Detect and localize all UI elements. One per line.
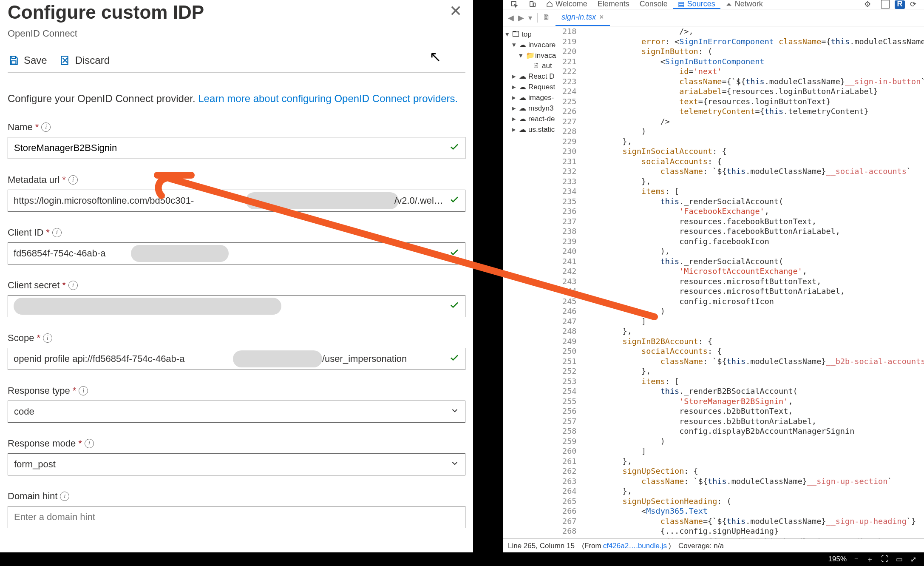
redacted-region: [246, 192, 399, 209]
idp-config-panel: Configure custom IDP ✕ OpenID Connect Sa…: [0, 0, 473, 566]
tab-sources[interactable]: Sources: [673, 0, 720, 9]
nav-down-icon[interactable]: ▾: [528, 13, 532, 23]
tab-elements[interactable]: Elements: [592, 0, 635, 9]
clientid-label: Client ID * i: [8, 227, 465, 238]
info-icon[interactable]: i: [41, 122, 51, 132]
domainhint-label: Domain hint i: [8, 491, 465, 502]
tree-item[interactable]: ▸☁Request: [503, 82, 562, 92]
tree-item[interactable]: ▾☁invacare: [503, 40, 562, 50]
fit-icon[interactable]: ⛶: [881, 555, 888, 563]
file-icon[interactable]: 🗎: [538, 9, 556, 26]
metadata-label: Metadata url * i: [8, 174, 465, 185]
info-icon[interactable]: i: [68, 281, 78, 290]
save-button[interactable]: Save: [8, 54, 47, 66]
devtools-panel: Welcome Elements Console Sources Network…: [503, 0, 924, 566]
device-icon[interactable]: [523, 0, 541, 9]
info-icon[interactable]: i: [52, 228, 62, 237]
info-icon[interactable]: i: [60, 492, 69, 501]
valid-icon: [449, 142, 459, 154]
valid-icon: [449, 194, 459, 207]
valid-icon: [449, 300, 459, 312]
refresh-icon[interactable]: ⟳: [905, 0, 921, 9]
responsetype-label: Response type * i: [8, 385, 465, 396]
svg-rect-0: [12, 56, 16, 58]
discard-button[interactable]: Discard: [59, 54, 110, 66]
redacted-region: [131, 245, 229, 262]
info-icon[interactable]: i: [43, 333, 52, 343]
info-icon[interactable]: i: [79, 386, 88, 395]
info-icon[interactable]: i: [85, 439, 94, 448]
svg-rect-7: [679, 4, 684, 5]
name-label: Name * i: [8, 122, 465, 133]
extension-icon[interactable]: R: [895, 0, 905, 9]
domainhint-input[interactable]: [8, 506, 465, 528]
devtools-statusbar: Line 265, Column 15 (From cf426a2….bundl…: [503, 539, 924, 552]
svg-rect-6: [679, 2, 684, 3]
tree-item[interactable]: ▸☁react-de: [503, 114, 562, 124]
scope-value-right: /user_impersonation: [322, 353, 407, 364]
responsemode-select[interactable]: form_post: [8, 453, 465, 475]
close-button[interactable]: ✕: [446, 2, 465, 20]
read-icon[interactable]: ▭: [896, 555, 903, 564]
learn-more-link[interactable]: Learn more about configuring OpenID Conn…: [198, 93, 458, 104]
discard-icon: [59, 54, 71, 66]
tree-item[interactable]: 🗎aut: [503, 61, 562, 71]
svg-rect-4: [530, 1, 533, 6]
divider: [473, 0, 503, 566]
nav-back-icon[interactable]: ◀: [508, 13, 514, 23]
zoom-out-icon[interactable]: −: [854, 555, 859, 563]
svg-rect-5: [533, 3, 536, 6]
tree-item[interactable]: ▸☁images-: [503, 92, 562, 103]
responsetype-select[interactable]: code: [8, 401, 465, 423]
discard-label: Discard: [75, 54, 110, 66]
clientid-value-left: fd56854f-754c-46ab-a: [14, 248, 106, 259]
tree-item[interactable]: ▸☁msdyn3: [503, 103, 562, 114]
valid-icon: [449, 247, 459, 259]
devtools-file-tabstrip: ◀ ▶ ▾ 🗎 sign-in.tsx ×: [503, 9, 924, 26]
page-title: Configure custom IDP: [8, 2, 204, 23]
info-icon[interactable]: i: [68, 175, 78, 185]
file-tree[interactable]: ▾🗔top▾☁invacare▾📁invaca🗎aut▸☁React D▸☁Re…: [503, 26, 562, 538]
tab-welcome[interactable]: Welcome: [541, 0, 592, 9]
clientsecret-label: Client secret * i: [8, 280, 465, 291]
tree-item[interactable]: ▾🗔top: [503, 29, 562, 40]
scope-value-left: openid profile api://fd56854f-754c-46ab-…: [14, 353, 184, 364]
scope-label: Scope * i: [8, 333, 465, 344]
metadata-value-left: https://login.microsoftonline.com/bd50c3…: [14, 195, 194, 206]
metadata-value-right: /v2.0/.wel…: [394, 195, 443, 206]
save-label: Save: [24, 54, 47, 66]
settings-icon[interactable]: ⚙: [859, 0, 876, 9]
tab-network[interactable]: Network: [720, 0, 768, 9]
inspect-icon[interactable]: [505, 0, 523, 9]
intro-text: Configure your OpenID Connect provider. …: [8, 91, 465, 106]
redacted-region: [14, 298, 281, 315]
dock-icon[interactable]: [876, 0, 895, 9]
name-input[interactable]: [8, 137, 465, 159]
redacted-region: [233, 350, 322, 367]
os-statusbar: 195% − ＋ ⛶ ▭ ⤢: [0, 552, 924, 566]
page-subtitle: OpenID Connect: [8, 28, 465, 39]
nav-fwd-icon[interactable]: ▶: [518, 13, 524, 23]
toolbar: Save Discard: [8, 54, 465, 73]
valid-icon: [449, 353, 459, 365]
source-link[interactable]: cf426a2….bundle.js: [603, 542, 667, 550]
close-tab-icon[interactable]: ×: [599, 13, 604, 22]
tree-item[interactable]: ▸☁us.static: [503, 124, 562, 135]
code-editor[interactable]: 218 219 220 221 222 223 224 225 226 227 …: [562, 26, 924, 538]
svg-rect-8: [679, 6, 684, 7]
responsemode-label: Response mode * i: [8, 438, 465, 449]
tab-console[interactable]: Console: [635, 0, 673, 9]
tree-item[interactable]: ▸☁React D: [503, 71, 562, 82]
save-icon: [8, 54, 20, 66]
file-tab-signin[interactable]: sign-in.tsx ×: [556, 9, 610, 26]
zoom-level: 195%: [828, 555, 847, 563]
zoom-in-icon[interactable]: ＋: [866, 555, 873, 564]
svg-rect-1: [11, 61, 16, 64]
expand-icon[interactable]: ⤢: [910, 555, 916, 564]
tree-item[interactable]: ▾📁invaca: [503, 50, 562, 61]
devtools-top-toolbar: Welcome Elements Console Sources Network…: [503, 0, 924, 9]
